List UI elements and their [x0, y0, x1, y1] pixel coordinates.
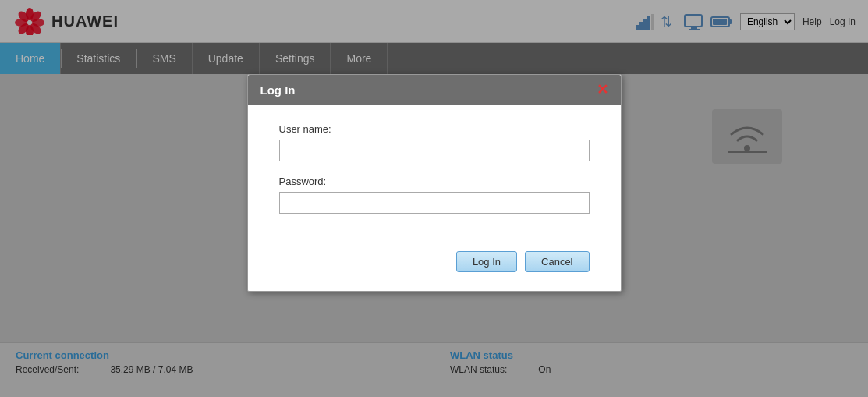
modal-header: Log In ✕	[248, 75, 621, 105]
modal-body: User name: Password:	[248, 105, 621, 251]
modal-footer: Log In Cancel	[248, 251, 621, 291]
login-modal: Log In ✕ User name: Password: Log In Can…	[247, 74, 622, 292]
password-label: Password:	[279, 175, 590, 187]
modal-title: Log In	[260, 83, 296, 97]
login-button[interactable]: Log In	[456, 251, 517, 272]
password-input[interactable]	[279, 192, 590, 214]
username-input[interactable]	[279, 140, 590, 161]
username-group: User name:	[279, 123, 590, 161]
cancel-button[interactable]: Cancel	[525, 251, 589, 272]
password-group: Password:	[279, 175, 590, 214]
username-label: User name:	[279, 123, 590, 135]
modal-close-button[interactable]: ✕	[597, 83, 608, 97]
